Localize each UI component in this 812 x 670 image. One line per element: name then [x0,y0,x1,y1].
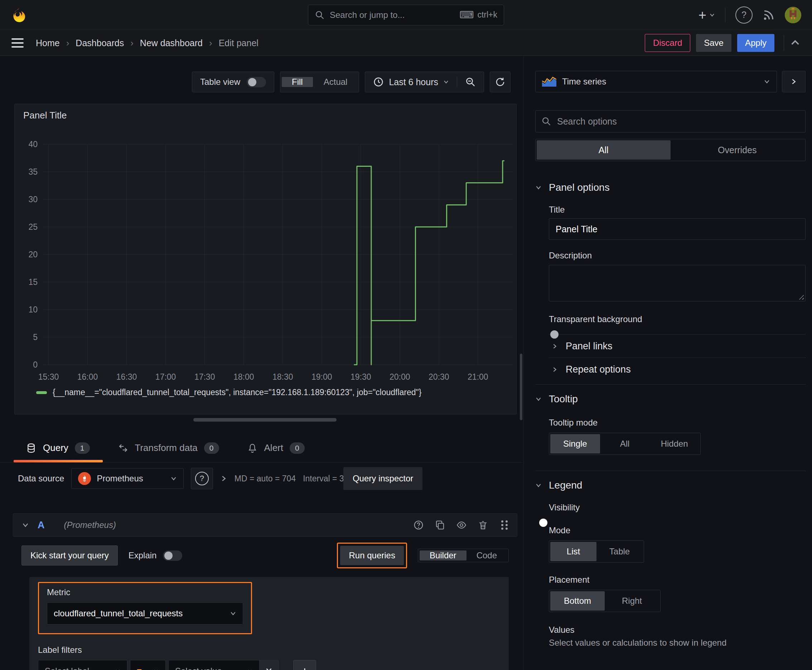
add-menu-button[interactable]: + [698,8,715,22]
actual-option[interactable]: Actual [314,77,358,87]
alert-count-badge: 0 [290,442,305,454]
breadcrumb: Home › Dashboards › New dashboard › Edit… [36,37,258,49]
apply-button[interactable]: Apply [737,34,775,52]
breadcrumb-dashboards[interactable]: Dashboards [76,38,124,48]
select-label-dropdown[interactable]: Select label [38,660,127,670]
drag-handle-icon[interactable] [501,520,503,523]
run-queries-button[interactable]: Run queries [340,546,403,565]
eye-icon[interactable] [456,520,467,530]
table-view-switch[interactable] [247,77,266,87]
svg-text:15: 15 [28,277,37,287]
query-options-chevron-icon[interactable] [220,475,227,482]
run-queries-highlight: Run queries [337,543,407,568]
tab-transform[interactable]: Transform data 0 [118,434,219,462]
search-input[interactable]: Search or jump to... ⌨ ctrl+k [308,5,504,25]
builder-option[interactable]: Builder [420,550,466,560]
query-ref-id[interactable]: A [37,520,45,531]
refresh-button[interactable] [490,71,510,92]
tab-alert-label: Alert [264,442,283,453]
legend-list-option[interactable]: List [550,542,597,561]
help-button[interactable]: ? [736,7,753,24]
remove-filter-button[interactable]: ✕ [259,660,278,670]
title-input[interactable]: Panel Title [549,218,805,240]
visualization-select[interactable]: Time series [535,71,777,92]
kick-start-button[interactable]: Kick start your query [22,545,118,565]
timeseries-icon [542,76,556,86]
placement-right-option[interactable]: Right [605,591,659,611]
tooltip-hidden-option[interactable]: Hidden [649,434,699,453]
save-button[interactable]: Save [696,34,731,52]
datasource-help-button[interactable]: ? [191,468,213,489]
nav-right: + ? [698,7,801,24]
explain-switch[interactable] [163,550,182,561]
panel-links-label: Panel links [566,341,613,352]
menu-icon[interactable] [12,38,24,47]
legend-section[interactable]: Legend [535,480,805,491]
series-label: {__name__="cloudflared_tunnel_total_requ… [53,387,421,397]
query-inspector-button[interactable]: Query inspector [343,467,422,490]
placement-bottom-option[interactable]: Bottom [550,591,605,611]
scrollbar-thumb[interactable] [520,354,522,420]
fill-option[interactable]: Fill [282,77,313,87]
zoom-out-button[interactable] [457,76,484,87]
breadcrumb-bar: Home › Dashboards › New dashboard › Edit… [0,30,812,56]
table-view-toggle[interactable]: Table view [192,71,274,92]
datasource-label: Data source [18,474,64,484]
query-datasource-hint: (Prometheus) [64,520,116,530]
code-option[interactable]: Code [466,550,507,560]
section-divider [535,470,805,471]
tooltip-all-option[interactable]: All [600,434,650,453]
tooltip-section[interactable]: Tooltip [535,393,805,405]
tooltip-single-option[interactable]: Single [550,434,600,453]
panel-resize-handle[interactable] [193,418,337,421]
visibility-label: Visibility [549,503,805,513]
visualization-value: Time series [562,76,606,86]
svg-text:40: 40 [28,140,37,149]
toggle-viz-picker-button[interactable] [782,71,805,92]
panel-links-section[interactable]: Panel links [549,335,805,357]
viz-toolbar: Table view Fill Actual Last 6 hours [192,71,510,92]
legend-table-option[interactable]: Table [597,542,642,561]
operator-dropdown[interactable]: = [130,660,166,670]
breadcrumb-home[interactable]: Home [36,38,60,48]
time-range-picker[interactable]: Last 6 hours [365,76,457,87]
title-label: Title [549,205,805,215]
description-textarea[interactable] [549,265,805,301]
help-icon[interactable] [413,520,424,530]
search-options-input[interactable]: Search options [535,110,805,132]
plus-icon: + [698,8,706,22]
svg-text:21:00: 21:00 [468,372,488,382]
chevron-down-icon [535,396,542,402]
search-icon [541,116,551,126]
select-value-dropdown[interactable]: Select value [168,660,259,670]
repeat-options-section[interactable]: Repeat options [549,358,805,381]
discard-button[interactable]: Discard [645,34,690,52]
chevron-down-icon [535,482,542,489]
values-label: Values [549,625,805,635]
datasource-row: Data source Prometheus ? [18,467,422,490]
svg-text:20:30: 20:30 [429,372,449,382]
chevron-down-icon [170,475,177,482]
metric-select[interactable]: cloudflared_tunnel_total_requests [47,602,243,624]
tab-overrides[interactable]: Overrides [671,140,805,160]
search-icon [315,10,325,20]
panel-options-section[interactable]: Panel options [535,182,805,193]
tab-query[interactable]: Query 1 [26,434,90,462]
trash-icon[interactable] [478,520,488,530]
tab-alert[interactable]: Alert 0 [247,434,305,462]
rss-icon[interactable] [763,9,775,21]
chart-legend[interactable]: {__name__="cloudflared_tunnel_total_requ… [36,387,421,397]
chevron-up-icon[interactable] [790,37,800,48]
avatar[interactable] [785,7,801,23]
tab-all[interactable]: All [537,140,671,160]
datasource-select[interactable]: Prometheus [71,468,183,489]
copy-icon[interactable] [435,520,445,530]
collapse-chevron-icon[interactable] [22,521,29,529]
time-series-chart[interactable]: 051015202530354015:3016:0016:3017:0017:3… [15,104,516,414]
add-filter-button[interactable]: + [293,660,316,670]
add-icon: + [302,665,308,670]
chevron-down-icon [709,12,715,18]
grafana-logo-icon[interactable] [11,7,27,23]
breadcrumb-new-dashboard[interactable]: New dashboard [140,38,203,48]
legend-mode-label: Mode [549,525,805,535]
